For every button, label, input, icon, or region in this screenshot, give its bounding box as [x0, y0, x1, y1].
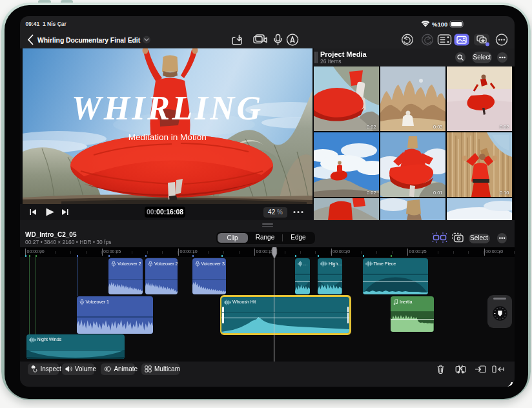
svg-text:%100: %100: [432, 21, 447, 28]
svg-text:Whirling Documentary Final Edi: Whirling Documentary Final Edit: [37, 36, 141, 44]
